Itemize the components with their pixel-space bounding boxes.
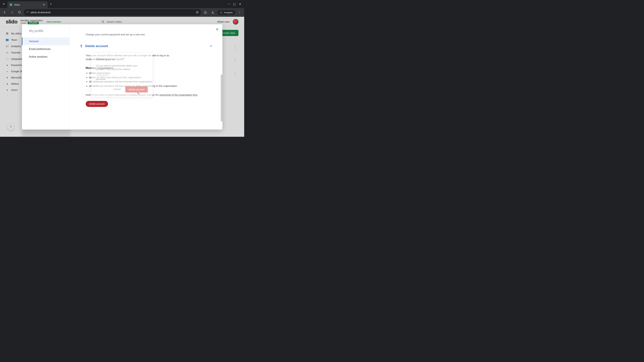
app-root: slido Moodjoy organization Owner UPGRADE… — [0, 17, 244, 137]
profile-title: My profile — [22, 29, 70, 37]
profile-nav-email[interactable]: Email preferences — [22, 45, 70, 53]
confirm-cancel-button[interactable]: Cancel — [111, 86, 123, 92]
browser-tab-strip: S Slidos ✕ + ─ ▢ ✕ — [0, 0, 244, 8]
minimize-icon[interactable]: ─ — [228, 2, 230, 6]
delete-account-button[interactable]: Delete account — [86, 101, 108, 107]
svg-rect-0 — [27, 11, 27, 12]
address-bar[interactable]: admin.sli.do/events — [24, 9, 201, 15]
close-window-icon[interactable]: ✕ — [239, 2, 241, 6]
svg-rect-1 — [28, 11, 28, 12]
profile-nav-sessions[interactable]: Active sessions — [22, 53, 70, 61]
browser-toolbar: admin.sli.do/events Incognito ⋮ — [0, 8, 244, 17]
site-settings-icon[interactable] — [26, 11, 29, 14]
incognito-badge[interactable]: Incognito — [217, 10, 235, 15]
maximize-icon[interactable]: ▢ — [233, 2, 236, 6]
window-controls: ─ ▢ ✕ — [228, 2, 244, 6]
back-button[interactable] — [2, 9, 8, 15]
ownership-link[interactable]: ownership of the organization first. — [160, 93, 198, 96]
downloads-icon[interactable] — [210, 9, 216, 15]
reload-button[interactable] — [16, 9, 22, 15]
tab-favicon-icon: S — [10, 3, 12, 6]
tab-title: Slidos — [14, 3, 42, 6]
bookmark-icon[interactable] — [196, 11, 199, 14]
confirm-body: Do you want to permanently delete your a… — [96, 64, 148, 71]
confirm-password-input[interactable] — [96, 77, 148, 82]
chevron-up-icon[interactable] — [210, 44, 212, 48]
delete-heading: Delete account — [85, 44, 207, 48]
browser-menu-icon[interactable]: ⋮ — [236, 9, 242, 15]
tab-close-icon[interactable]: ✕ — [42, 3, 46, 7]
browser-tab[interactable]: S Slidos ✕ — [8, 1, 48, 8]
confirm-title: Delete your account? — [96, 57, 148, 61]
extensions-icon[interactable] — [202, 9, 208, 15]
profile-modal: ✕ My profile General Email preferences A… — [22, 24, 222, 130]
delete-section-header[interactable]: Delete account — [80, 44, 212, 48]
trash-icon — [80, 44, 83, 48]
profile-nav-general[interactable]: General — [22, 37, 70, 45]
url-text: admin.sli.do/events — [30, 11, 194, 14]
password-label: Your password * — [96, 74, 148, 76]
confirm-delete-button[interactable]: Delete account — [125, 86, 148, 92]
change-password-desc: Change your current password and set up … — [86, 33, 212, 36]
incognito-label: Incognito — [224, 11, 233, 14]
modal-overlay: ✕ My profile General Email preferences A… — [0, 17, 244, 137]
forward-button[interactable] — [9, 9, 15, 15]
tab-search-dropdown[interactable] — [1, 1, 7, 7]
profile-sidebar: My profile General Email preferences Act… — [22, 24, 70, 130]
confirm-delete-dialog: Delete your account? Do you want to perm… — [92, 53, 152, 97]
scrollbar[interactable] — [221, 75, 222, 121]
new-tab-button[interactable]: + — [48, 2, 54, 6]
